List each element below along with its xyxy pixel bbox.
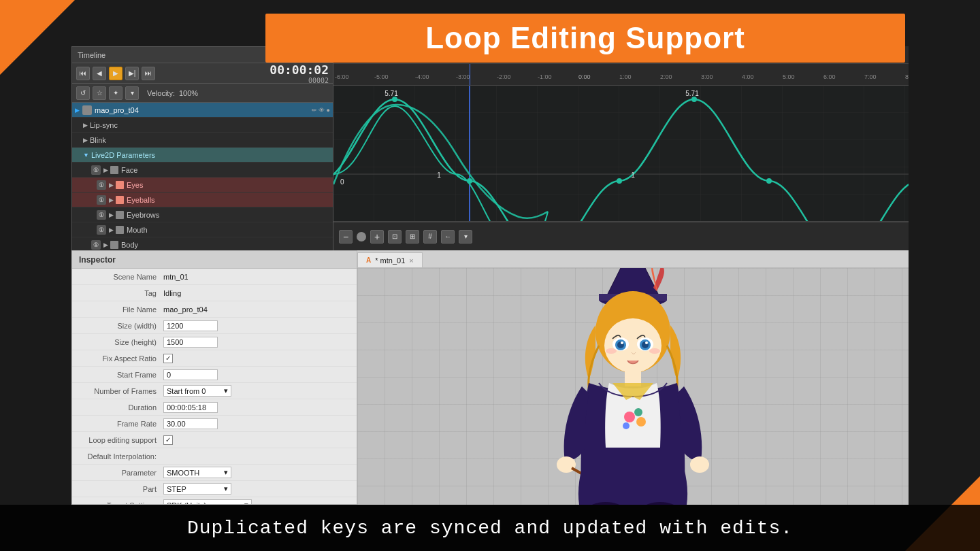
tree-item-eyeballs[interactable]: ① ▶ Eyeballs — [72, 193, 333, 207]
eyebrows-label: Eyebrows — [127, 211, 159, 219]
checkbox-loop-editing[interactable]: ✓ — [163, 435, 173, 445]
svg-text:1: 1 — [437, 171, 441, 179]
zoom-in-button[interactable]: + — [370, 230, 384, 244]
svg-text:0:00: 0:00 — [578, 73, 591, 80]
svg-point-26 — [467, 178, 472, 184]
play-button[interactable]: ▶ — [109, 67, 122, 80]
zoom-out-button[interactable]: − — [339, 230, 353, 244]
field-start-frame: Start Frame 0 — [72, 367, 357, 383]
svg-point-30 — [766, 178, 772, 184]
tree-item-model[interactable]: ▶ mao_pro_t04 ✏ 👁 ● — [72, 103, 333, 118]
input-size-height[interactable]: 1500 — [163, 337, 218, 348]
svg-point-25 — [392, 97, 397, 102]
dropdown-parameter[interactable]: SMOOTH ▾ — [163, 467, 231, 478]
svg-text:-6:00: -6:00 — [335, 73, 349, 80]
svg-point-29 — [691, 97, 697, 102]
velocity-value: 100% — [179, 89, 198, 97]
svg-text:4:00: 4:00 — [742, 73, 754, 80]
svg-point-28 — [617, 178, 622, 184]
input-start-frame[interactable]: 0 — [163, 369, 218, 380]
tree-item-blink[interactable]: ▶ Blink — [72, 133, 333, 148]
curve-grid-svg: 5.71 1 -2.50 0 -8.71 5.71 1 -2.50 -8.71 … — [333, 86, 909, 221]
curve-arrow[interactable]: ← — [441, 230, 455, 244]
svg-point-63 — [649, 348, 660, 354]
field-param-interp: Parameter SMOOTH ▾ — [72, 465, 357, 481]
curve-dropdown[interactable]: ▾ — [459, 230, 472, 244]
step-back-button[interactable]: ◀ — [93, 67, 106, 80]
character-preview — [531, 268, 735, 505]
svg-text:5:00: 5:00 — [783, 73, 795, 80]
svg-text:2:00: 2:00 — [660, 73, 672, 80]
value-tag: Idling — [163, 289, 354, 297]
skip-end-button[interactable]: ⏭ — [142, 67, 155, 80]
live2d-params-label: Live2D Parameters — [91, 151, 155, 159]
field-file-name: File Name mao_pro_t04 — [72, 301, 357, 318]
svg-text:5.71: 5.71 — [385, 90, 398, 97]
tree-item-face[interactable]: ① ▶ Face — [72, 163, 333, 178]
grid-button[interactable]: # — [423, 230, 437, 244]
ruler-svg: -6:00 -5:00 -4:00 -3:00 -2:00 -1:00 0:00… — [333, 64, 909, 86]
input-duration[interactable]: 00:00:05:18 — [163, 402, 218, 413]
tab-indicator: A — [366, 256, 371, 264]
label-num-frames: Number of Frames — [75, 387, 163, 395]
preview-panel: A * mtn_01 × — [357, 250, 909, 505]
dropdown-part[interactable]: STEP ▾ — [163, 483, 231, 495]
svg-rect-22 — [333, 86, 909, 221]
part-dropdown-arrow-icon: ▾ — [224, 484, 228, 493]
label-start-frame: Start Frame — [75, 371, 163, 379]
svg-point-60 — [621, 341, 623, 344]
tree-item-lip-sync[interactable]: ▶ Lip-sync — [72, 118, 333, 133]
frame-all-button[interactable]: ⊡ — [388, 230, 402, 244]
zoom-handle[interactable] — [357, 232, 366, 241]
inspector-panel: Inspector Scene Name mtn_01 Tag Idling F… — [71, 250, 357, 505]
input-frame-rate[interactable]: 30.00 — [163, 418, 218, 429]
input-size-width[interactable]: 1200 — [163, 320, 218, 331]
svg-point-69 — [557, 456, 576, 473]
loop-button[interactable]: ↺ — [76, 86, 90, 100]
dropdown-num-frames[interactable]: Start from 0 ▾ — [163, 385, 231, 397]
timeline-toolbar: ⏮ ◀ ▶ ▶| ⏭ 00:00:02 00002 — [72, 63, 333, 84]
svg-point-66 — [634, 408, 642, 416]
field-target-settings: Target Settings SDK (Unity) ▾ — [72, 497, 357, 505]
tab-label: * mtn_01 — [375, 256, 405, 265]
lip-sync-label: Lip-sync — [90, 121, 118, 129]
svg-text:0: 0 — [340, 178, 344, 186]
dropdown-toggle[interactable]: ▾ — [125, 86, 139, 100]
subframe-display: 00002 — [271, 77, 329, 84]
tree-item-eyes[interactable]: ① ▶ Eyes — [72, 178, 333, 193]
svg-text:-4:00: -4:00 — [415, 73, 429, 80]
preview-tab-mtn01[interactable]: A * mtn_01 × — [357, 252, 423, 267]
field-size-width: Size (width) 1200 — [72, 318, 357, 334]
tab-close-button[interactable]: × — [409, 256, 413, 265]
label-size-height: Size (height) — [75, 338, 163, 346]
label-loop-editing: Loop editing support — [75, 436, 163, 444]
field-frame-rate: Frame Rate 30.00 — [72, 416, 357, 432]
label-scene-name: Scene Name — [75, 273, 163, 281]
timeline-panel: Timeline ⏮ ◀ ▶ ▶| ⏭ 00:00:02 00002 ↺ ☆ ✦… — [71, 46, 333, 250]
dropdown-target[interactable]: SDK (Unity) ▾ — [163, 499, 252, 505]
svg-text:-1:00: -1:00 — [538, 73, 552, 80]
step-fwd-button[interactable]: ▶| — [125, 67, 139, 80]
label-frame-rate: Frame Rate — [75, 420, 163, 428]
svg-point-62 — [606, 348, 617, 354]
subtitle-bar: Duplicated keys are synced and updated w… — [0, 505, 980, 551]
curve-editor-toolbar: − + ⊡ ⊞ # ← ▾ — [333, 222, 909, 250]
bookmark-button[interactable]: ☆ — [93, 86, 106, 100]
inspector-title: Inspector — [72, 251, 357, 269]
svg-text:-2:00: -2:00 — [497, 73, 511, 80]
banner-title: Loop Editing Support — [425, 21, 745, 55]
tree-item-live2d-params[interactable]: ▼ Live2D Parameters — [72, 148, 333, 163]
preview-content — [357, 268, 909, 505]
dropdown-arrow-icon: ▾ — [224, 386, 228, 395]
tree-item-mouth[interactable]: ① ▶ Mouth — [72, 222, 333, 237]
svg-text:1:00: 1:00 — [619, 73, 632, 80]
model-name: mao_pro_t04 — [95, 106, 139, 114]
rewind-button[interactable]: ⏮ — [76, 67, 90, 80]
snap-button[interactable]: ⊞ — [406, 230, 419, 244]
checkbox-fix-aspect[interactable]: ✓ — [163, 354, 173, 363]
star-button[interactable]: ✦ — [109, 86, 122, 100]
tree-item-eyebrows[interactable]: ① ▶ Eyebrows — [72, 207, 333, 222]
velocity-label: Velocity: — [147, 89, 175, 97]
timeline-ruler: -6:00 -5:00 -4:00 -3:00 -2:00 -1:00 0:00… — [333, 64, 909, 86]
svg-text:1: 1 — [631, 171, 635, 179]
